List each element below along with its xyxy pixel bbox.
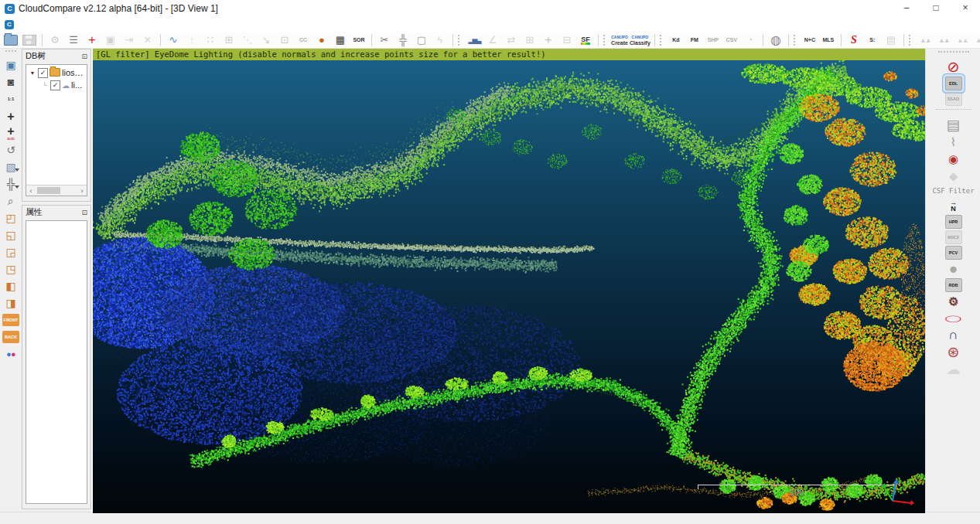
point-picking-icon[interactable]: + xyxy=(84,33,101,47)
menu-file[interactable] xyxy=(18,23,29,26)
view-bottom-icon[interactable]: ◱ xyxy=(2,227,19,243)
visibility-checkbox[interactable]: ✓ xyxy=(50,80,60,90)
toolbar-drag-handle[interactable] xyxy=(938,51,969,56)
minimize-button[interactable]: – xyxy=(892,0,921,17)
menu-edit[interactable] xyxy=(29,23,39,26)
spline-red-icon[interactable]: S xyxy=(845,33,862,47)
menu-display[interactable] xyxy=(50,23,61,26)
3d-view[interactable]: [GL filter] EyeDome Lighting (disable no… xyxy=(93,49,925,513)
sf-calculator-icon[interactable]: ⊟ xyxy=(558,33,575,47)
close-button[interactable]: × xyxy=(951,0,980,17)
minmax-icon[interactable]: ⇄ xyxy=(503,33,520,47)
shield-icon[interactable]: ◆ xyxy=(944,168,964,184)
red-ellipse-icon[interactable]: ◯ xyxy=(944,311,964,326)
tree-caret-icon[interactable]: ▼ xyxy=(29,70,36,76)
toolbar-drag-handle[interactable] xyxy=(5,50,16,55)
pcv-icon[interactable]: PCV xyxy=(945,246,962,260)
compute-normals-icon[interactable]: ↘ xyxy=(258,33,275,47)
point-cloud-canvas[interactable] xyxy=(93,60,925,513)
scroll-thumb[interactable] xyxy=(37,187,60,194)
toolbar-drag-handle[interactable] xyxy=(660,35,664,46)
disable-gl-filter-icon[interactable]: ⊘ xyxy=(944,60,964,75)
canupo-create-icon[interactable]: CANUPOCreate xyxy=(611,33,628,47)
export-page-icon[interactable]: ▤ xyxy=(883,33,900,47)
visibility-checkbox[interactable]: ✓ xyxy=(38,68,48,78)
facets-plugin-2-icon[interactable]: ▲▲ xyxy=(935,33,952,47)
sf-rainbow-icon[interactable]: SF xyxy=(577,33,594,47)
menu-help[interactable] xyxy=(83,23,94,26)
subsample-icon[interactable]: ∷ xyxy=(202,33,219,47)
tree-item[interactable]: ▼✓liosa... xyxy=(27,66,86,79)
cork-icon[interactable]: ∩ xyxy=(944,328,964,343)
translate-icon[interactable]: ╬ xyxy=(394,33,411,47)
tree-item[interactable]: └✓☁li... xyxy=(27,79,86,91)
shp-export-icon[interactable]: SHP xyxy=(705,33,722,47)
toolbar-drag-handle[interactable] xyxy=(458,35,463,46)
octree-icon[interactable]: ⊞ xyxy=(220,33,237,47)
global-shift-icon[interactable]: ⚙ xyxy=(46,33,63,47)
facets-plugin-3-icon[interactable]: ▲▲ xyxy=(954,33,971,47)
fm-icon[interactable]: FM xyxy=(686,33,703,47)
view-left-icon[interactable]: ◲ xyxy=(2,244,19,260)
menu-tools[interactable] xyxy=(39,23,50,26)
screenshot-icon[interactable]: ◙ xyxy=(2,74,19,90)
menu-plugins[interactable] xyxy=(61,23,72,26)
merge-clouds-icon[interactable]: ↑ xyxy=(183,33,200,47)
scissors-icon[interactable]: ✂ xyxy=(376,33,393,47)
clipping-box-icon[interactable]: ▢ xyxy=(413,33,430,47)
resample-curve-icon[interactable]: ∿ xyxy=(165,33,182,47)
maximize-button[interactable]: □ xyxy=(921,0,951,17)
csv-export-icon[interactable]: CSV xyxy=(723,33,740,47)
spline-fit-icon[interactable]: S: xyxy=(864,33,881,47)
toolbar-drag-handle[interactable] xyxy=(909,35,913,46)
sample-points-icon[interactable]: ⊡ xyxy=(276,33,293,47)
properties-list-icon[interactable]: ☰ xyxy=(65,33,82,47)
view-back-icon[interactable]: BACK xyxy=(2,331,19,343)
zoom-magnifier-icon[interactable]: ⌕ xyxy=(2,193,19,209)
view-top-icon[interactable]: ◰ xyxy=(2,210,19,226)
toolbar-drag-handle[interactable] xyxy=(603,35,608,46)
sor-filter-icon[interactable]: SOR xyxy=(350,33,367,47)
curve-fit-icon[interactable]: ∠ xyxy=(484,33,501,47)
ssao-filter-icon[interactable]: SSAO xyxy=(945,92,962,106)
view-front-icon[interactable]: FRONT xyxy=(2,314,19,326)
scroll-right-icon[interactable]: › xyxy=(77,187,87,195)
db-tree-hscrollbar[interactable]: ‹ › xyxy=(26,185,87,196)
toolbar-drag-handle[interactable] xyxy=(794,35,798,46)
cloud-cloud-dist-icon[interactable]: CC xyxy=(295,33,312,47)
float-panel-icon[interactable]: ⊡ xyxy=(81,53,87,60)
scatter-points-icon[interactable]: ⋱ xyxy=(239,33,256,47)
menu-3dviews[interactable] xyxy=(72,23,83,26)
cloud-ruler-icon[interactable]: ☁ xyxy=(944,362,964,377)
add-sf-icon[interactable]: + xyxy=(540,33,557,47)
mls-smooth-icon[interactable]: MLS xyxy=(820,33,837,47)
delete-icon[interactable]: × xyxy=(139,33,156,47)
save-icon[interactable] xyxy=(21,33,38,47)
sf-grid-icon[interactable]: ⊞ xyxy=(521,33,538,47)
globe-wire-icon[interactable]: ◍ xyxy=(767,33,784,47)
histogram-icon[interactable]: ▂▅▃ xyxy=(466,33,483,47)
gears-icon[interactable]: ⚙ xyxy=(944,294,964,309)
animation-icon[interactable]: ▤ xyxy=(944,117,964,133)
zoom-1-1-icon[interactable]: 1:1 xyxy=(2,91,19,107)
checkerboard-icon[interactable]: ▦ xyxy=(332,33,349,47)
view-iso2-icon[interactable]: ◨ xyxy=(2,295,19,311)
kd-tree-icon[interactable]: Kd xyxy=(668,33,685,47)
facets-plugin-4-icon[interactable]: ▲▲ xyxy=(972,33,980,47)
facets-plugin-1-icon[interactable]: ▲▲ xyxy=(917,33,934,47)
view-iso1-icon[interactable]: ◧ xyxy=(2,278,19,294)
perspective-cube-icon[interactable]: ▧ xyxy=(2,159,19,175)
open-icon[interactable] xyxy=(2,33,19,47)
mdi-child-icon[interactable]: C xyxy=(5,20,14,29)
segment-icon[interactable]: ϟ xyxy=(432,33,449,47)
hpr-icon[interactable]: HPR xyxy=(945,215,962,229)
compass-icon[interactable]: ◉ xyxy=(944,151,964,167)
rdb-icon[interactable]: RDB xyxy=(945,278,962,292)
pivot-cross-icon[interactable]: + xyxy=(2,108,19,124)
rock-classify-icon[interactable]: ● xyxy=(313,33,330,47)
pan-icon[interactable]: ╬ xyxy=(2,176,19,192)
m3c2-icon[interactable]: M3C2 xyxy=(945,230,962,244)
view-right-icon[interactable]: ◳ xyxy=(2,261,19,277)
normals-arrow-icon[interactable]: → N xyxy=(944,198,964,213)
clone-icon[interactable]: ▣ xyxy=(102,33,119,47)
